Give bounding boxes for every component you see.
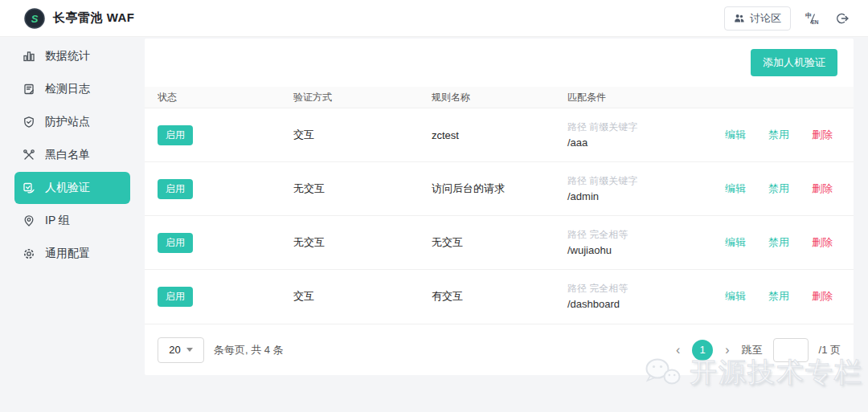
add-captcha-button[interactable]: 添加人机验证	[751, 49, 837, 76]
jump-to-label: 跳至	[742, 343, 763, 357]
next-page-icon[interactable]: ›	[723, 344, 731, 357]
discussion-button[interactable]: 讨论区	[724, 6, 791, 31]
jump-to-input[interactable]	[773, 338, 809, 362]
sidebar-item-label: 检测日志	[45, 82, 90, 96]
column-header-rule-name: 规则名称	[432, 91, 567, 104]
pagination-left: 20 条每页, 共 4 条	[158, 337, 284, 363]
topbar: S 长亭雷池 WAF 讨论区 中	[0, 0, 868, 37]
page-number-button[interactable]: 1	[692, 340, 713, 361]
content-area: 数据统计 检测日志 防	[0, 37, 868, 375]
language-toggle-icon[interactable]: 中 EN	[802, 9, 821, 28]
table-row: 启用 交互 zctest 路径 前缀关键字 /aaa 编辑 禁用 删除	[145, 108, 854, 161]
rule-name-cell: zctest	[432, 129, 567, 141]
column-header-status: 状态	[158, 91, 293, 104]
gear-icon	[23, 247, 35, 260]
svg-text:EN: EN	[812, 19, 819, 25]
condition-type: 路径 完全相等	[567, 280, 709, 296]
sidebar-item-label: 防护站点	[45, 115, 90, 129]
main-panel: 添加人机验证 状态 验证方式 规则名称 匹配条件 启用 交互 zctest 路径…	[145, 39, 854, 375]
table-row: 启用 无交互 无交互 路径 完全相等 /wujiaohu 编辑 禁用 删除	[145, 215, 854, 269]
tools-icon	[23, 149, 35, 161]
row-actions: 编辑 禁用 删除	[709, 182, 854, 196]
pagination: 20 条每页, 共 4 条 ‹ 1 › 跳至 /1 页	[145, 324, 854, 375]
method-cell: 交互	[293, 128, 432, 142]
status-badge: 启用	[158, 287, 193, 307]
sidebar-item-captcha[interactable]: 人机验证	[14, 172, 130, 204]
users-icon	[734, 13, 745, 24]
sidebar-item-protected-sites[interactable]: 防护站点	[14, 106, 130, 138]
table-row: 启用 交互 有交互 路径 完全相等 /dashboard 编辑 禁用 删除	[145, 269, 854, 323]
app-root: S 长亭雷池 WAF 讨论区 中	[0, 0, 868, 375]
sidebar-item-label: 人机验证	[45, 181, 90, 195]
condition-type: 路径 前缀关键字	[567, 173, 709, 189]
condition-value: /dashboard	[567, 296, 709, 312]
status-badge: 启用	[158, 179, 193, 199]
condition-value: /admin	[567, 189, 709, 205]
method-cell: 无交互	[293, 182, 432, 196]
delete-link[interactable]: 删除	[812, 289, 833, 304]
svg-text:S: S	[31, 13, 39, 25]
table-row: 启用 无交互 访问后台的请求 路径 前缀关键字 /admin 编辑 禁用 删除	[145, 161, 854, 215]
condition-cell: 路径 完全相等 /dashboard	[567, 280, 709, 312]
rule-name-cell: 无交互	[432, 235, 567, 250]
sidebar-item-detection-logs[interactable]: 检测日志	[14, 73, 130, 105]
method-cell: 交互	[293, 289, 432, 304]
sidebar-item-label: 通用配置	[45, 247, 90, 261]
page-summary: 条每页, 共 4 条	[214, 343, 284, 357]
rule-name-cell: 访问后台的请求	[432, 182, 567, 196]
sidebar-item-general-config[interactable]: 通用配置	[14, 238, 130, 270]
sidebar-item-blackwhite-list[interactable]: 黑白名单	[14, 139, 130, 171]
row-actions: 编辑 禁用 删除	[709, 235, 854, 250]
sidebar: 数据统计 检测日志 防	[0, 37, 145, 375]
table-header: 状态 验证方式 规则名称 匹配条件	[145, 87, 854, 108]
discussion-label: 讨论区	[750, 11, 781, 26]
app-title: 长亭雷池 WAF	[53, 10, 135, 26]
pin-icon	[23, 214, 35, 227]
page-size-select[interactable]: 20	[158, 337, 204, 363]
prev-page-icon[interactable]: ‹	[674, 344, 682, 357]
sidebar-item-label: 黑白名单	[45, 148, 90, 162]
bar-chart-icon	[23, 50, 35, 63]
condition-cell: 路径 完全相等 /wujiaohu	[567, 226, 709, 259]
row-actions: 编辑 禁用 删除	[709, 289, 854, 304]
log-icon	[23, 83, 35, 96]
sidebar-item-label: 数据统计	[45, 49, 90, 63]
disable-link[interactable]: 禁用	[768, 128, 789, 142]
edit-link[interactable]: 编辑	[725, 128, 746, 142]
topbar-actions: 讨论区 中 EN	[724, 6, 852, 31]
rule-name-cell: 有交互	[432, 289, 567, 304]
row-actions: 编辑 禁用 删除	[709, 128, 854, 142]
toolbar: 添加人机验证	[145, 39, 854, 87]
captcha-icon	[23, 182, 35, 194]
sidebar-item-ip-group[interactable]: IP 组	[14, 205, 130, 237]
safeline-logo-icon: S	[24, 8, 45, 29]
edit-link[interactable]: 编辑	[725, 235, 746, 250]
edit-link[interactable]: 编辑	[725, 289, 746, 304]
logout-icon[interactable]	[833, 9, 852, 28]
disable-link[interactable]: 禁用	[768, 289, 789, 304]
sidebar-item-label: IP 组	[45, 214, 70, 228]
condition-value: /wujiaohu	[567, 243, 709, 259]
shield-icon	[23, 116, 35, 128]
svg-text:中: 中	[805, 12, 812, 19]
page-size-value: 20	[169, 344, 180, 356]
total-pages-label: /1 页	[819, 343, 841, 357]
disable-link[interactable]: 禁用	[768, 235, 789, 250]
condition-cell: 路径 前缀关键字 /aaa	[567, 119, 709, 151]
delete-link[interactable]: 删除	[812, 182, 833, 196]
edit-link[interactable]: 编辑	[725, 182, 746, 196]
disable-link[interactable]: 禁用	[768, 182, 789, 196]
method-cell: 无交互	[293, 235, 432, 250]
caret-down-icon	[186, 348, 193, 352]
delete-link[interactable]: 删除	[812, 128, 833, 142]
sidebar-item-statistics[interactable]: 数据统计	[14, 40, 130, 72]
column-header-condition: 匹配条件	[567, 91, 709, 104]
pagination-right: ‹ 1 › 跳至 /1 页	[674, 338, 841, 362]
condition-value: /aaa	[567, 135, 709, 151]
condition-type: 路径 完全相等	[567, 226, 709, 243]
column-header-method: 验证方式	[293, 91, 432, 104]
condition-cell: 路径 前缀关键字 /admin	[567, 173, 709, 205]
status-badge: 启用	[158, 125, 193, 145]
status-badge: 启用	[158, 233, 193, 253]
delete-link[interactable]: 删除	[812, 235, 833, 250]
